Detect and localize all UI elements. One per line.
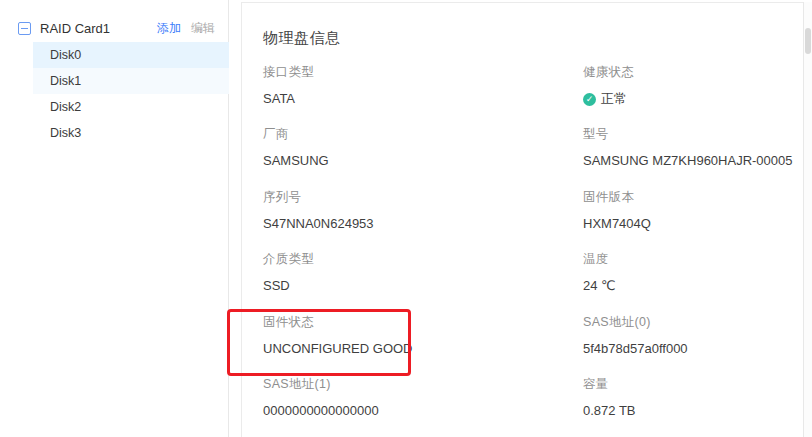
scrollbar-track[interactable] (803, 2, 812, 437)
field-value: UNCONFIGURED GOOD (263, 340, 413, 358)
field-label: 接口类型 (263, 63, 314, 81)
field-value: ✓正常 (583, 90, 634, 108)
field-0: 接口类型SATA (263, 63, 314, 108)
field-value: SAMSUNG (263, 152, 329, 170)
field-value: 0000000000000000 (263, 402, 379, 420)
disk-tree-sidebar: RAID Card1 添加 编辑 Disk0Disk1Disk2Disk3 (0, 0, 229, 437)
scrollbar-thumb[interactable] (805, 28, 811, 54)
field-1: 健康状态✓正常 (583, 63, 634, 108)
physical-disk-info-page: RAID Card1 添加 编辑 Disk0Disk1Disk2Disk3 物理… (0, 0, 812, 437)
field-11: 容量0.872 TB (583, 375, 636, 420)
sidebar-item-disk1[interactable]: Disk1 (33, 68, 229, 94)
field-7: 温度24 ℃ (583, 250, 616, 295)
field-label: 序列号 (263, 188, 374, 206)
sidebar-item-disk3[interactable]: Disk3 (33, 120, 229, 146)
fields-grid: 接口类型SATA健康状态✓正常厂商SAMSUNG型号SAMSUNG MZ7KH9… (242, 3, 812, 437)
field-value: 5f4b78d57a0ff000 (583, 340, 688, 358)
edit-link[interactable]: 编辑 (191, 20, 215, 37)
physical-disk-info-panel: 物理盘信息 接口类型SATA健康状态✓正常厂商SAMSUNG型号SAMSUNG … (241, 2, 812, 437)
disk-list: Disk0Disk1Disk2Disk3 (0, 42, 229, 146)
tree-root-label: RAID Card1 (40, 21, 157, 36)
field-10: SAS地址(1)0000000000000000 (263, 375, 379, 420)
field-label: 固件版本 (583, 188, 651, 206)
sidebar-item-disk2[interactable]: Disk2 (33, 94, 229, 120)
field-label: 温度 (583, 250, 616, 268)
field-label: 厂商 (263, 125, 329, 143)
field-label: SAS地址(0) (583, 313, 688, 331)
field-label: 型号 (583, 125, 793, 143)
tree-node-raid-card[interactable]: RAID Card1 添加 编辑 (0, 14, 229, 42)
add-link[interactable]: 添加 (157, 20, 181, 37)
field-value: S47NNA0N624953 (263, 215, 374, 233)
field-value: HXM7404Q (583, 215, 651, 233)
field-label: 固件状态 (263, 313, 413, 331)
tree-actions: 添加 编辑 (157, 20, 215, 37)
sidebar-item-disk0[interactable]: Disk0 (33, 42, 229, 68)
field-9: SAS地址(0)5f4b78d57a0ff000 (583, 313, 688, 358)
field-2: 厂商SAMSUNG (263, 125, 329, 170)
field-label: 介质类型 (263, 250, 314, 268)
field-value: SAMSUNG MZ7KH960HAJR-00005 (583, 152, 793, 170)
field-value: SATA (263, 90, 314, 108)
field-6: 介质类型SSD (263, 250, 314, 295)
field-5: 固件版本HXM7404Q (583, 188, 651, 233)
field-label: 容量 (583, 375, 636, 393)
field-firmware-state: 固件状态UNCONFIGURED GOOD (263, 313, 413, 358)
field-4: 序列号S47NNA0N624953 (263, 188, 374, 233)
field-value: 24 ℃ (583, 277, 616, 295)
field-3: 型号SAMSUNG MZ7KH960HAJR-00005 (583, 125, 793, 170)
check-circle-icon: ✓ (583, 93, 596, 106)
field-label: SAS地址(1) (263, 375, 379, 393)
field-label: 健康状态 (583, 63, 634, 81)
field-value: 0.872 TB (583, 402, 636, 420)
collapse-minus-icon[interactable] (18, 22, 31, 35)
field-value: SSD (263, 277, 314, 295)
